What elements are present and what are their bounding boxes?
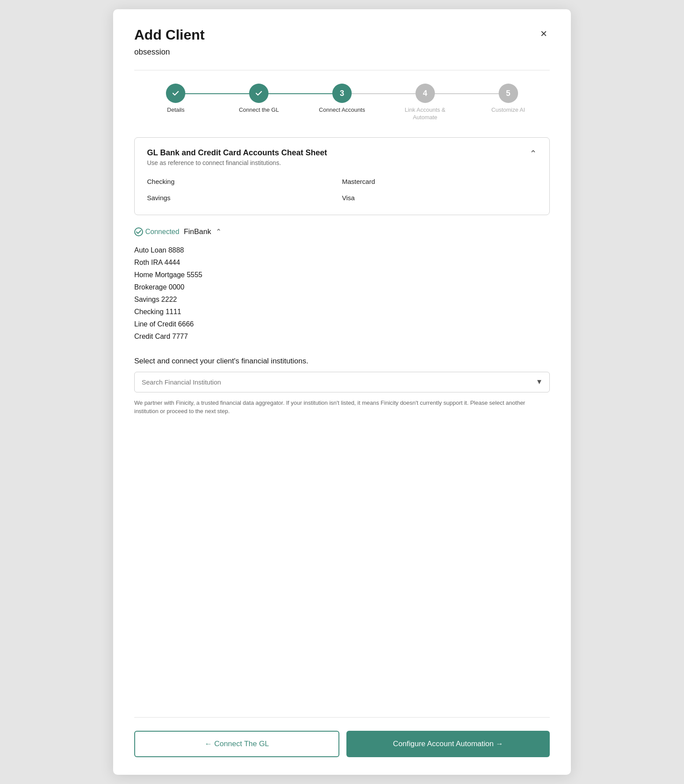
search-input-wrapper: ▼ <box>134 372 550 392</box>
cheat-sheet-grid: Checking Mastercard Savings Visa <box>147 175 537 204</box>
step-circle-details <box>166 84 185 103</box>
cheat-sheet-collapse-button[interactable]: ⌃ <box>530 148 537 159</box>
finicity-note: We partner with Finicity, a trusted fina… <box>134 399 550 416</box>
step-label-details: Details <box>167 106 185 114</box>
search-institution-input[interactable] <box>134 372 550 392</box>
step-circle-connect-gl <box>249 84 268 103</box>
account-item-credit-card: Credit Card 7777 <box>134 330 550 343</box>
step-label-link-accounts: Link Accounts &Automate <box>405 106 446 121</box>
step-details: Details <box>134 84 217 114</box>
step-circle-connect-accounts: 3 <box>332 84 352 103</box>
step-label-connect-accounts: Connect Accounts <box>319 106 365 114</box>
cheat-sheet-title: GL Bank and Credit Card Accounts Cheat S… <box>147 148 327 158</box>
close-button[interactable]: × <box>538 27 550 40</box>
modal-header: Add Client × <box>134 27 550 43</box>
cheat-sheet-header: GL Bank and Credit Card Accounts Cheat S… <box>147 148 537 166</box>
account-item-roth-ira: Roth IRA 4444 <box>134 256 550 269</box>
svg-point-2 <box>135 228 143 236</box>
step-connect-gl: Connect the GL <box>217 84 301 114</box>
footer: ← Connect The GL Configure Account Autom… <box>134 717 550 757</box>
bank-name: FinBank <box>184 227 211 236</box>
account-item-checking: Checking 1111 <box>134 306 550 318</box>
cheat-sheet-item-savings: Savings <box>147 191 342 204</box>
client-name: obsession <box>134 48 550 57</box>
connected-section-header: Connected FinBank ⌃ <box>134 227 550 236</box>
account-item-savings: Savings 2222 <box>134 293 550 306</box>
account-item-auto-loan: Auto Loan 8888 <box>134 244 550 256</box>
account-list: Auto Loan 8888 Roth IRA 4444 Home Mortga… <box>134 244 550 343</box>
search-section-label: Select and connect your client's financi… <box>134 357 550 366</box>
cheat-sheet-header-text: GL Bank and Credit Card Accounts Cheat S… <box>147 148 327 166</box>
account-item-line-of-credit: Line of Credit 6666 <box>134 318 550 330</box>
cheat-sheet-item-mastercard: Mastercard <box>342 175 537 188</box>
back-button[interactable]: ← Connect The GL <box>134 731 339 757</box>
account-item-home-mortgage: Home Mortgage 5555 <box>134 269 550 281</box>
account-item-brokerage: Brokerage 0000 <box>134 281 550 293</box>
configure-automation-button[interactable]: Configure Account Automation → <box>346 731 550 757</box>
header-divider <box>134 70 550 70</box>
step-label-customize-ai: Customize AI <box>491 106 525 114</box>
cheat-sheet-item-checking: Checking <box>147 175 342 188</box>
step-link-accounts: 4 Link Accounts &Automate <box>383 84 467 121</box>
cheat-sheet-subtitle: Use as reference to connect financial in… <box>147 159 327 166</box>
bank-collapse-button[interactable]: ⌃ <box>216 227 221 236</box>
step-label-connect-gl: Connect the GL <box>239 106 279 114</box>
connected-label: Connected <box>145 228 179 236</box>
modal-title: Add Client <box>134 27 205 43</box>
add-client-modal: Add Client × obsession Details Connect t… <box>113 9 571 775</box>
svg-point-1 <box>254 88 264 98</box>
cheat-sheet-item-visa: Visa <box>342 191 537 204</box>
step-circle-link-accounts: 4 <box>416 84 435 103</box>
stepper: Details Connect the GL 3 Connect Account… <box>134 84 550 121</box>
cheat-sheet-card: GL Bank and Credit Card Accounts Cheat S… <box>134 137 550 215</box>
step-connect-accounts: 3 Connect Accounts <box>301 84 384 114</box>
connected-badge: Connected <box>134 227 179 236</box>
step-customize-ai: 5 Customize AI <box>467 84 550 114</box>
svg-point-0 <box>171 88 180 98</box>
connected-check-icon <box>134 227 143 236</box>
step-circle-customize-ai: 5 <box>499 84 518 103</box>
